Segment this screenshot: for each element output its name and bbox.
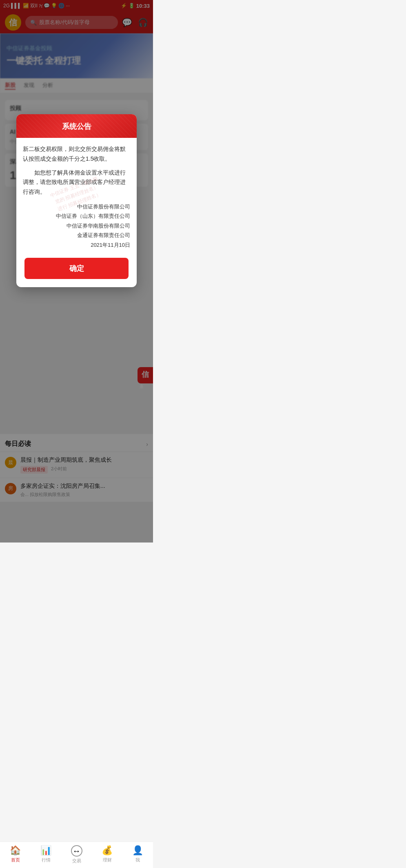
company-2: 中信证券（山东）有限责任公司: [23, 211, 130, 221]
modal-body-text1: 新二板交易权限，则北交所交易佣金将默认按照成交金额的千分之1.5收取。: [23, 144, 130, 164]
company-1: 中信证券股份有限公司: [23, 202, 130, 211]
modal-body: 中信证券 王五（客体模 览的 招募经理姓名） 进行 招募经理姓名） 新二板交易权…: [16, 138, 137, 258]
modal-companies: 中信证券股份有限公司 中信证券（山东）有限责任公司 中信证券华南股份有限公司 金…: [23, 202, 130, 250]
page-wrapper: 2G ▌▌▌ 📶 双II 𝓗 💬 💡 🌐 ··· ⚡ 🔋 10:33 信 🔍 股…: [0, 0, 153, 542]
modal-header: 系统公告: [16, 114, 137, 138]
modal-body-text2: 如您想了解具体佣金设置水平或进行调整，请您致电所属营业部或客户经理进行咨询。: [23, 168, 130, 197]
company-4: 金通证券有限责任公司: [23, 230, 130, 240]
modal-title: 系统公告: [23, 122, 130, 131]
modal-footer: 确定: [16, 258, 137, 287]
confirm-button[interactable]: 确定: [24, 258, 129, 279]
modal-body-inner: 中信证券 王五（客体模 览的 招募经理姓名） 进行 招募经理姓名） 新二板交易权…: [23, 144, 130, 250]
modal-date: 2021年11月10日: [23, 240, 130, 250]
system-announcement-modal: 系统公告 中信证券 王五（客体模 览的 招募经理姓名） 进行 招募经理姓名） 新…: [16, 114, 137, 287]
company-3: 中信证券华南股份有限公司: [23, 221, 130, 230]
